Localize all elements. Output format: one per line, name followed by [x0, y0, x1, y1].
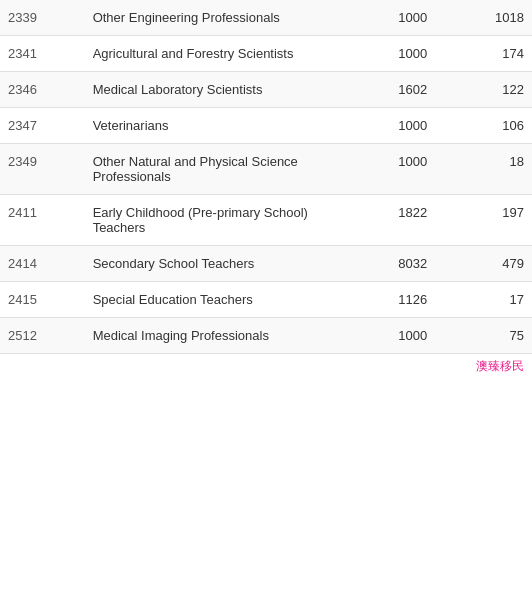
name-cell: Agricultural and Forestry Scientists — [85, 36, 339, 72]
table-row: 2414Secondary School Teachers8032479 — [0, 246, 532, 282]
table-row: 2411Early Childhood (Pre-primary School)… — [0, 195, 532, 246]
num2-cell: 197 — [435, 195, 532, 246]
table-row: 2349Other Natural and Physical Science P… — [0, 144, 532, 195]
num1-cell: 1000 — [339, 144, 436, 195]
num1-cell: 1000 — [339, 108, 436, 144]
name-cell: Special Education Teachers — [85, 282, 339, 318]
code-cell: 2349 — [0, 144, 85, 195]
code-cell: 2341 — [0, 36, 85, 72]
num1-cell: 8032 — [339, 246, 436, 282]
num1-cell: 1602 — [339, 72, 436, 108]
name-cell: Other Engineering Professionals — [85, 0, 339, 36]
num2-cell: 122 — [435, 72, 532, 108]
num2-cell: 174 — [435, 36, 532, 72]
name-cell: Medical Laboratory Scientists — [85, 72, 339, 108]
table-row: 2339Other Engineering Professionals10001… — [0, 0, 532, 36]
table-row: 2512Medical Imaging Professionals100075 — [0, 318, 532, 354]
num2-cell: 17 — [435, 282, 532, 318]
name-cell: Medical Imaging Professionals — [85, 318, 339, 354]
num2-cell: 479 — [435, 246, 532, 282]
code-cell: 2415 — [0, 282, 85, 318]
code-cell: 2512 — [0, 318, 85, 354]
num1-cell: 1822 — [339, 195, 436, 246]
code-cell: 2339 — [0, 0, 85, 36]
name-cell: Early Childhood (Pre-primary School) Tea… — [85, 195, 339, 246]
code-cell: 2347 — [0, 108, 85, 144]
table-row: 2347Veterinarians1000106 — [0, 108, 532, 144]
num2-cell: 75 — [435, 318, 532, 354]
num1-cell: 1126 — [339, 282, 436, 318]
code-cell: 2346 — [0, 72, 85, 108]
data-table: 2339Other Engineering Professionals10001… — [0, 0, 532, 354]
num1-cell: 1000 — [339, 0, 436, 36]
code-cell: 2414 — [0, 246, 85, 282]
watermark: 澳臻移民 — [0, 354, 532, 379]
table-row: 2341Agricultural and Forestry Scientists… — [0, 36, 532, 72]
num2-cell: 106 — [435, 108, 532, 144]
code-cell: 2411 — [0, 195, 85, 246]
num1-cell: 1000 — [339, 36, 436, 72]
num1-cell: 1000 — [339, 318, 436, 354]
name-cell: Veterinarians — [85, 108, 339, 144]
num2-cell: 18 — [435, 144, 532, 195]
num2-cell: 1018 — [435, 0, 532, 36]
name-cell: Secondary School Teachers — [85, 246, 339, 282]
table-row: 2346Medical Laboratory Scientists1602122 — [0, 72, 532, 108]
name-cell: Other Natural and Physical Science Profe… — [85, 144, 339, 195]
table-row: 2415Special Education Teachers112617 — [0, 282, 532, 318]
